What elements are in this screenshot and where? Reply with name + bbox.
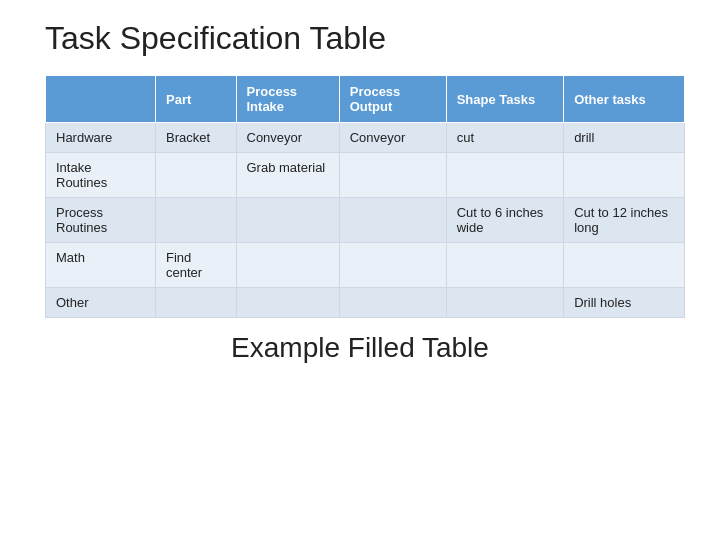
cell-1-shapeTasks <box>446 153 563 198</box>
cell-4-processOutput <box>339 288 446 318</box>
cell-2-otherTasks: Cut to 12 inches long <box>564 198 685 243</box>
col-header-other-tasks: Other tasks <box>564 76 685 123</box>
cell-3-processIntake <box>236 243 339 288</box>
cell-4-otherTasks: Drill holes <box>564 288 685 318</box>
cell-0-shapeTasks: cut <box>446 123 563 153</box>
page: Task Specification Table Part Process In… <box>0 0 720 540</box>
page-title: Task Specification Table <box>40 20 386 57</box>
cell-3-label: Math <box>46 243 156 288</box>
cell-1-processIntake: Grab material <box>236 153 339 198</box>
cell-1-processOutput <box>339 153 446 198</box>
col-header-row-label <box>46 76 156 123</box>
cell-2-processIntake <box>236 198 339 243</box>
cell-4-label: Other <box>46 288 156 318</box>
cell-0-part: Bracket <box>156 123 237 153</box>
cell-2-shapeTasks: Cut to 6 inches wide <box>446 198 563 243</box>
col-header-process-output: Process Output <box>339 76 446 123</box>
cell-3-shapeTasks <box>446 243 563 288</box>
task-table: Part Process Intake Process Output Shape… <box>45 75 685 318</box>
cell-0-label: Hardware <box>46 123 156 153</box>
table-row: Intake RoutinesGrab material <box>46 153 685 198</box>
cell-4-part <box>156 288 237 318</box>
cell-2-processOutput <box>339 198 446 243</box>
cell-0-otherTasks: drill <box>564 123 685 153</box>
cell-1-otherTasks <box>564 153 685 198</box>
cell-3-processOutput <box>339 243 446 288</box>
cell-4-processIntake <box>236 288 339 318</box>
cell-3-part: Find center <box>156 243 237 288</box>
col-header-part: Part <box>156 76 237 123</box>
cell-3-otherTasks <box>564 243 685 288</box>
table-header-row: Part Process Intake Process Output Shape… <box>46 76 685 123</box>
subtitle: Example Filled Table <box>231 332 489 364</box>
table-row: OtherDrill holes <box>46 288 685 318</box>
cell-2-part <box>156 198 237 243</box>
cell-0-processOutput: Conveyor <box>339 123 446 153</box>
cell-1-label: Intake Routines <box>46 153 156 198</box>
cell-0-processIntake: Conveyor <box>236 123 339 153</box>
col-header-process-intake: Process Intake <box>236 76 339 123</box>
table-row: HardwareBracketConveyorConveyorcutdrill <box>46 123 685 153</box>
cell-4-shapeTasks <box>446 288 563 318</box>
cell-2-label: Process Routines <box>46 198 156 243</box>
table-row: MathFind center <box>46 243 685 288</box>
cell-1-part <box>156 153 237 198</box>
table-row: Process RoutinesCut to 6 inches wideCut … <box>46 198 685 243</box>
col-header-shape-tasks: Shape Tasks <box>446 76 563 123</box>
